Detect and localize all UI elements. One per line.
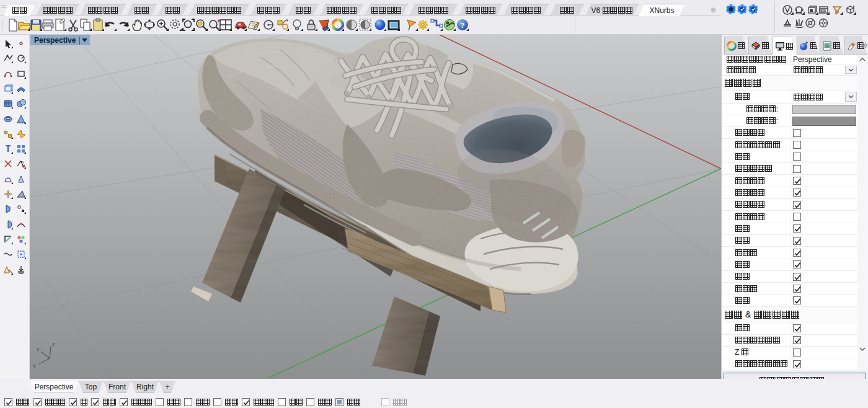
- svg-text:z: z: [52, 341, 55, 347]
- svg-text:?: ?: [461, 20, 465, 30]
- svg-text:y: y: [33, 362, 36, 368]
- svg-text:x: x: [37, 346, 40, 352]
